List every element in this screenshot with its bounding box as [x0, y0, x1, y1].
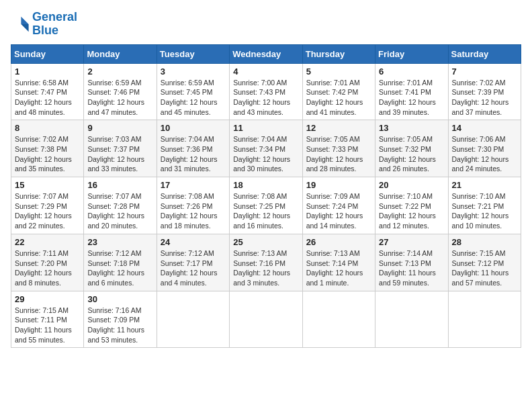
day-detail: Sunrise: 7:05 AM Sunset: 7:32 PM Dayligh… — [379, 134, 444, 174]
calendar-day-cell: 1 Sunrise: 6:58 AM Sunset: 7:47 PM Dayli… — [11, 63, 84, 120]
calendar-day-cell: 15 Sunrise: 7:07 AM Sunset: 7:29 PM Dayl… — [11, 177, 84, 234]
day-number: 28 — [452, 237, 517, 247]
logo-text: General Blue — [32, 11, 77, 38]
day-number: 17 — [161, 180, 226, 190]
day-detail: Sunrise: 7:15 AM Sunset: 7:11 PM Dayligh… — [15, 306, 80, 345]
day-detail: Sunrise: 7:16 AM Sunset: 7:09 PM Dayligh… — [87, 306, 152, 345]
calendar-day-cell: 30 Sunrise: 7:16 AM Sunset: 7:09 PM Dayl… — [84, 291, 157, 348]
day-number: 25 — [233, 237, 298, 247]
calendar-day-cell: 5 Sunrise: 7:01 AM Sunset: 7:42 PM Dayli… — [302, 63, 375, 120]
calendar-header-day: Wednesday — [230, 44, 302, 63]
day-detail: Sunrise: 7:08 AM Sunset: 7:25 PM Dayligh… — [233, 191, 298, 231]
calendar-header-day: Monday — [84, 44, 157, 63]
day-detail: Sunrise: 7:04 AM Sunset: 7:34 PM Dayligh… — [233, 134, 298, 174]
day-number: 1 — [15, 66, 80, 77]
day-detail: Sunrise: 7:03 AM Sunset: 7:37 PM Dayligh… — [87, 134, 152, 174]
calendar-day-cell: 14 Sunrise: 7:06 AM Sunset: 7:30 PM Dayl… — [448, 120, 521, 177]
day-number: 5 — [306, 66, 371, 77]
calendar-day-cell: 11 Sunrise: 7:04 AM Sunset: 7:34 PM Dayl… — [230, 120, 302, 177]
calendar-day-cell — [157, 291, 229, 348]
day-detail: Sunrise: 7:07 AM Sunset: 7:29 PM Dayligh… — [15, 191, 80, 231]
day-number: 19 — [306, 180, 371, 190]
calendar-week-row: 1 Sunrise: 6:58 AM Sunset: 7:47 PM Dayli… — [11, 63, 521, 120]
day-detail: Sunrise: 7:07 AM Sunset: 7:28 PM Dayligh… — [87, 191, 152, 231]
day-number: 11 — [233, 123, 298, 133]
calendar-header-row: SundayMondayTuesdayWednesdayThursdayFrid… — [11, 44, 521, 63]
day-detail: Sunrise: 7:06 AM Sunset: 7:30 PM Dayligh… — [452, 134, 517, 174]
day-detail: Sunrise: 7:11 AM Sunset: 7:20 PM Dayligh… — [15, 248, 80, 288]
day-number: 30 — [87, 294, 152, 304]
day-detail: Sunrise: 7:02 AM Sunset: 7:38 PM Dayligh… — [15, 134, 80, 174]
calendar-day-cell: 8 Sunrise: 7:02 AM Sunset: 7:38 PM Dayli… — [11, 120, 84, 177]
calendar-day-cell: 26 Sunrise: 7:13 AM Sunset: 7:14 PM Dayl… — [302, 234, 375, 291]
calendar-day-cell: 20 Sunrise: 7:10 AM Sunset: 7:22 PM Dayl… — [375, 177, 448, 234]
calendar-day-cell: 4 Sunrise: 7:00 AM Sunset: 7:43 PM Dayli… — [230, 63, 302, 120]
day-detail: Sunrise: 7:00 AM Sunset: 7:43 PM Dayligh… — [233, 78, 298, 118]
calendar-header-day: Friday — [375, 44, 448, 63]
calendar-day-cell: 3 Sunrise: 6:59 AM Sunset: 7:45 PM Dayli… — [157, 63, 229, 120]
day-number: 2 — [87, 66, 152, 77]
calendar-day-cell: 18 Sunrise: 7:08 AM Sunset: 7:25 PM Dayl… — [230, 177, 302, 234]
day-detail: Sunrise: 7:02 AM Sunset: 7:39 PM Dayligh… — [452, 78, 517, 118]
calendar-header-day: Sunday — [11, 44, 84, 63]
day-number: 29 — [15, 294, 80, 304]
day-detail: Sunrise: 7:12 AM Sunset: 7:17 PM Dayligh… — [161, 248, 226, 288]
calendar-day-cell — [230, 291, 302, 348]
day-number: 18 — [233, 180, 298, 190]
calendar-day-cell: 27 Sunrise: 7:14 AM Sunset: 7:13 PM Dayl… — [375, 234, 448, 291]
day-number: 6 — [379, 66, 444, 77]
calendar-day-cell: 29 Sunrise: 7:15 AM Sunset: 7:11 PM Dayl… — [11, 291, 84, 348]
day-detail: Sunrise: 7:10 AM Sunset: 7:22 PM Dayligh… — [379, 191, 444, 231]
calendar-table: SundayMondayTuesdayWednesdayThursdayFrid… — [11, 44, 521, 349]
day-number: 7 — [452, 66, 517, 77]
day-number: 26 — [306, 237, 371, 247]
day-number: 23 — [87, 237, 152, 247]
calendar-day-cell: 28 Sunrise: 7:15 AM Sunset: 7:12 PM Dayl… — [448, 234, 521, 291]
day-detail: Sunrise: 7:10 AM Sunset: 7:21 PM Dayligh… — [452, 191, 517, 231]
day-number: 22 — [15, 237, 80, 247]
calendar-week-row: 8 Sunrise: 7:02 AM Sunset: 7:38 PM Dayli… — [11, 120, 521, 177]
day-detail: Sunrise: 7:13 AM Sunset: 7:16 PM Dayligh… — [233, 248, 298, 288]
day-number: 3 — [161, 66, 226, 77]
day-number: 13 — [379, 123, 444, 133]
day-number: 24 — [161, 237, 226, 247]
day-detail: Sunrise: 7:13 AM Sunset: 7:14 PM Dayligh… — [306, 248, 371, 288]
day-detail: Sunrise: 7:05 AM Sunset: 7:33 PM Dayligh… — [306, 134, 371, 174]
day-detail: Sunrise: 7:09 AM Sunset: 7:24 PM Dayligh… — [306, 191, 371, 231]
day-detail: Sunrise: 6:59 AM Sunset: 7:46 PM Dayligh… — [87, 78, 152, 118]
calendar-day-cell: 21 Sunrise: 7:10 AM Sunset: 7:21 PM Dayl… — [448, 177, 521, 234]
day-number: 9 — [87, 123, 152, 133]
calendar-day-cell: 25 Sunrise: 7:13 AM Sunset: 7:16 PM Dayl… — [230, 234, 302, 291]
calendar-day-cell — [375, 291, 448, 348]
calendar-day-cell: 12 Sunrise: 7:05 AM Sunset: 7:33 PM Dayl… — [302, 120, 375, 177]
calendar-day-cell: 2 Sunrise: 6:59 AM Sunset: 7:46 PM Dayli… — [84, 63, 157, 120]
calendar-day-cell — [302, 291, 375, 348]
day-number: 15 — [15, 180, 80, 190]
day-detail: Sunrise: 7:15 AM Sunset: 7:12 PM Dayligh… — [452, 248, 517, 288]
calendar-week-row: 15 Sunrise: 7:07 AM Sunset: 7:29 PM Dayl… — [11, 177, 521, 234]
day-number: 20 — [379, 180, 444, 190]
calendar-day-cell: 6 Sunrise: 7:01 AM Sunset: 7:41 PM Dayli… — [375, 63, 448, 120]
calendar-day-cell: 17 Sunrise: 7:08 AM Sunset: 7:26 PM Dayl… — [157, 177, 229, 234]
day-number: 14 — [452, 123, 517, 133]
page-header: General Blue — [11, 11, 521, 38]
calendar-day-cell: 23 Sunrise: 7:12 AM Sunset: 7:18 PM Dayl… — [84, 234, 157, 291]
day-detail: Sunrise: 6:59 AM Sunset: 7:45 PM Dayligh… — [161, 78, 226, 118]
calendar-header-day: Saturday — [448, 44, 521, 63]
day-number: 21 — [452, 180, 517, 190]
day-detail: Sunrise: 7:08 AM Sunset: 7:26 PM Dayligh… — [161, 191, 226, 231]
day-detail: Sunrise: 7:01 AM Sunset: 7:42 PM Dayligh… — [306, 78, 371, 118]
day-detail: Sunrise: 7:04 AM Sunset: 7:36 PM Dayligh… — [161, 134, 226, 174]
calendar-day-cell: 16 Sunrise: 7:07 AM Sunset: 7:28 PM Dayl… — [84, 177, 157, 234]
day-number: 12 — [306, 123, 371, 133]
calendar-day-cell: 24 Sunrise: 7:12 AM Sunset: 7:17 PM Dayl… — [157, 234, 229, 291]
day-number: 27 — [379, 237, 444, 247]
calendar-day-cell: 22 Sunrise: 7:11 AM Sunset: 7:20 PM Dayl… — [11, 234, 84, 291]
day-number: 10 — [161, 123, 226, 133]
day-number: 4 — [233, 66, 298, 77]
calendar-header-day: Tuesday — [157, 44, 229, 63]
svg-marker-1 — [21, 24, 28, 32]
day-detail: Sunrise: 7:12 AM Sunset: 7:18 PM Dayligh… — [87, 248, 152, 288]
calendar-header-day: Thursday — [302, 44, 375, 63]
calendar-day-cell: 7 Sunrise: 7:02 AM Sunset: 7:39 PM Dayli… — [448, 63, 521, 120]
